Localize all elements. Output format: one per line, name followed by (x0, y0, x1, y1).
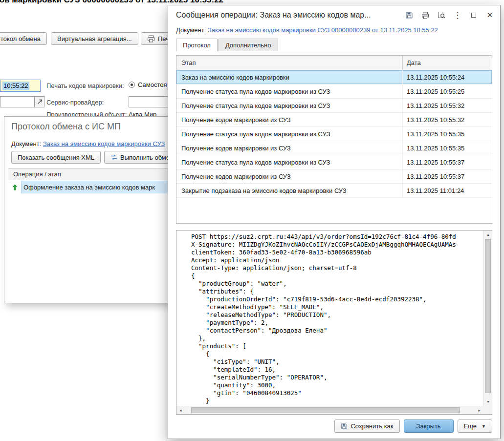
http-request-text[interactable]: POST https://suz2.crpt.ru:443/api/v3/ord… (176, 231, 483, 406)
column-header-stage[interactable]: Этап (176, 59, 402, 66)
open-arrow-icon (37, 99, 43, 105)
scroll-left-icon[interactable]: ◄ (176, 406, 185, 415)
table-row[interactable]: Получение статуса пула кодов маркировки … (176, 155, 492, 169)
document-number-field[interactable] (0, 96, 35, 107)
more-menu-icon[interactable]: ⋮ (453, 11, 462, 20)
more-label: Еще (464, 422, 477, 430)
date-cell: 13.11.2025 10:55:32 (402, 113, 492, 126)
tab-protocol[interactable]: Протокол (176, 39, 218, 51)
dialog-title: Сообщения операции: Заказ на эмиссию код… (176, 11, 405, 20)
stage-cell: Получение статуса пула кодов маркировки … (176, 159, 402, 166)
radio-selected-icon (129, 82, 135, 88)
vertical-scrollbar[interactable]: ▲ ▼ (483, 231, 492, 406)
time-value: 10:55:22 (2, 82, 29, 90)
table-row[interactable]: Получение кодов маркировки из СУЗ13.11.2… (176, 169, 492, 184)
run-exchange-label: Выполнить обме (120, 154, 170, 161)
preview-icon[interactable] (437, 11, 446, 20)
radio-self-print[interactable]: Самостоя (129, 81, 167, 88)
printer-icon (147, 35, 155, 42)
column-header-date[interactable]: Дата (402, 56, 492, 70)
save-as-label: Сохранить как (351, 422, 393, 430)
more-button[interactable]: Еще ▼ (458, 420, 492, 433)
chevron-down-icon: ▼ (482, 424, 486, 429)
window-title: Протокол обмена с ИС МП (11, 122, 121, 132)
save-icon (341, 423, 348, 430)
virtual-aggregation-button[interactable]: Виртуальная агрегация... (51, 32, 138, 45)
close-icon[interactable]: ✕ (485, 11, 494, 20)
open-field-button[interactable] (35, 96, 44, 107)
dialog-footer: Сохранить как Закрыть Еще ▼ (334, 420, 492, 433)
stage-cell: Получение кодов маркировки из СУЗ (176, 145, 402, 152)
up-arrow-icon (8, 181, 21, 193)
stage-cell: Закрытие подзаказа на эмиссию кодов марк… (176, 187, 402, 194)
dialog-titlebar: Сообщения операции: Заказ на эмиссию код… (168, 5, 500, 25)
vertical-scroll-thumb[interactable] (485, 239, 491, 393)
date-cell: 13.11.2025 11:01:24 (402, 184, 492, 197)
date-cell: 13.11.2025 10:55:25 (402, 84, 492, 98)
document-link[interactable]: Заказ на эмиссию кодов маркировки СУЗ (43, 140, 165, 147)
table-row[interactable]: Закрытие подзаказа на эмиссию кодов марк… (176, 184, 492, 198)
table-row[interactable]: Получение кодов маркировки из СУЗ13.11.2… (176, 141, 492, 155)
steps-table: Этап Дата Заказ на эмиссию кодов маркиро… (176, 55, 492, 224)
table-row[interactable]: Получение статуса пула кодов маркировки … (176, 127, 492, 141)
service-provider-label: Сервис-провайдер: (46, 99, 104, 106)
run-exchange-button[interactable]: Выполнить обме (104, 151, 176, 164)
document-link[interactable]: Заказ на эмиссию кодов маркировки СУЗ 00… (208, 26, 438, 34)
scroll-down-icon[interactable]: ▼ (484, 398, 492, 406)
date-cell: 13.11.2025 10:55:37 (402, 155, 492, 169)
stage-cell: Получение статуса пула кодов маркировки … (176, 102, 402, 109)
print-codes-label: Печать кодов маркировки: (46, 82, 124, 89)
table-row[interactable]: Заказ на эмиссию кодов маркировки13.11.2… (176, 70, 492, 84)
exchange-icon (110, 154, 117, 160)
table-row[interactable]: Получение статуса пула кодов маркировки … (176, 99, 492, 113)
stage-cell: Получение кодов маркировки из СУЗ (176, 173, 402, 180)
save-as-button[interactable]: Сохранить как (334, 420, 399, 433)
date-cell: 13.11.2025 10:55:24 (402, 70, 492, 84)
print-icon[interactable] (421, 11, 430, 20)
background-document-title: дов маркировки СУЗ 00000000239 от 13.11.… (0, 0, 223, 5)
stage-cell: Получение кодов маркировки из СУЗ (176, 116, 402, 124)
tab-additional[interactable]: Дополнительно (219, 39, 278, 51)
date-cell: 13.11.2025 10:55:32 (402, 99, 492, 112)
tabstrip: Протокол Дополнительно (176, 39, 492, 51)
date-cell: 13.11.2025 10:55:35 (402, 141, 492, 155)
stage-cell: Получение статуса пула кодов маркировки … (176, 130, 402, 138)
close-button[interactable]: Закрыть (404, 420, 454, 433)
horizontal-scrollbar[interactable]: ◄ ► (176, 406, 483, 414)
show-xml-button[interactable]: Показать сообщения XML (11, 151, 101, 164)
horizontal-scroll-thumb[interactable] (191, 407, 460, 413)
document-time-field[interactable]: 10:55:22 (0, 80, 41, 92)
scroll-right-icon[interactable]: ► (475, 406, 483, 415)
stage-cell: Получение статуса пула кодов маркировки … (176, 88, 402, 95)
date-cell: 13.11.2025 10:55:35 (402, 127, 492, 141)
document-label: Документ: (176, 26, 206, 34)
exchange-protocol-button[interactable]: токол обмена (0, 32, 47, 45)
table-row[interactable]: Получение кодов маркировки из СУЗ13.11.2… (176, 113, 492, 127)
document-label: Документ: (11, 140, 41, 147)
message-text-area[interactable]: POST https://suz2.crpt.ru:443/api/v3/ord… (176, 230, 492, 415)
table-header-row: Этап Дата (176, 56, 492, 70)
radio-self-print-label: Самостоя (138, 81, 167, 88)
operation-messages-dialog: Сообщения операции: Заказ на эмиссию код… (168, 5, 501, 439)
stage-cell: Заказ на эмиссию кодов маркировки (176, 74, 402, 81)
table-row[interactable]: Получение статуса пула кодов маркировки … (176, 84, 492, 99)
date-cell: 13.11.2025 10:55:37 (402, 169, 492, 183)
maximize-icon[interactable] (469, 11, 478, 20)
scrollbar-corner (483, 406, 492, 414)
save-icon[interactable] (405, 11, 414, 20)
scroll-up-icon[interactable]: ▲ (484, 231, 492, 239)
